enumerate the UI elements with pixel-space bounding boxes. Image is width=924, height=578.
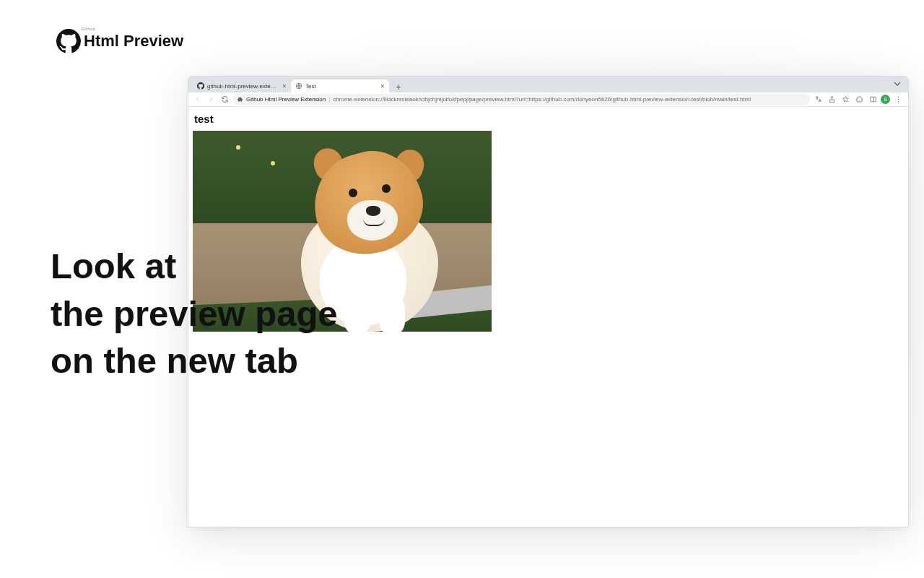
url-bar[interactable]: Github Html Preview Extension | chrome-e… <box>232 94 810 105</box>
star-icon[interactable] <box>840 94 851 105</box>
panel-icon[interactable] <box>867 94 879 105</box>
tab-preview[interactable]: Test × <box>291 79 389 92</box>
close-icon[interactable]: × <box>379 82 386 90</box>
reload-button[interactable] <box>219 94 230 105</box>
puzzle-icon <box>237 96 243 103</box>
forward-button[interactable] <box>205 94 217 105</box>
profile-avatar[interactable]: S <box>881 95 890 104</box>
page-heading: test <box>194 113 904 125</box>
translate-icon[interactable] <box>812 94 824 105</box>
headline-line1: Look at <box>51 243 338 290</box>
globe-icon <box>295 82 302 90</box>
window-caret-icon[interactable] <box>891 79 904 88</box>
close-icon[interactable]: × <box>281 82 288 90</box>
tab-github-repo[interactable]: github-html-preview-extension × <box>193 79 291 92</box>
url-separator: | <box>328 96 330 103</box>
tab-label: Test <box>305 83 376 90</box>
share-icon[interactable] <box>826 94 837 105</box>
tab-strip: github-html-preview-extension × Test × ＋ <box>188 77 908 92</box>
new-tab-button[interactable]: ＋ <box>392 81 405 92</box>
github-icon <box>55 29 82 53</box>
headline-line3: on the new tab <box>51 337 338 385</box>
svg-point-3 <box>897 97 898 98</box>
headline-line2: the preview page <box>51 290 338 338</box>
promo-headline: Look at the preview page on the new tab <box>51 243 338 385</box>
toolbar-right: S <box>812 94 905 105</box>
url-path: chrome-extension://llldcknmieaokndhjchjm… <box>333 96 751 103</box>
menu-icon[interactable] <box>892 94 904 105</box>
svg-point-4 <box>897 99 898 100</box>
tab-label: github-html-preview-extension <box>207 83 278 90</box>
puzzle-icon[interactable] <box>853 94 865 105</box>
header-sublabel: Github <box>81 27 96 31</box>
url-extension-name: Github Html Preview Extension <box>246 96 326 103</box>
back-button[interactable] <box>191 94 203 105</box>
github-icon <box>197 82 204 90</box>
svg-point-5 <box>897 101 898 102</box>
svg-rect-2 <box>870 97 875 101</box>
browser-toolbar: Github Html Preview Extension | chrome-e… <box>188 92 908 107</box>
